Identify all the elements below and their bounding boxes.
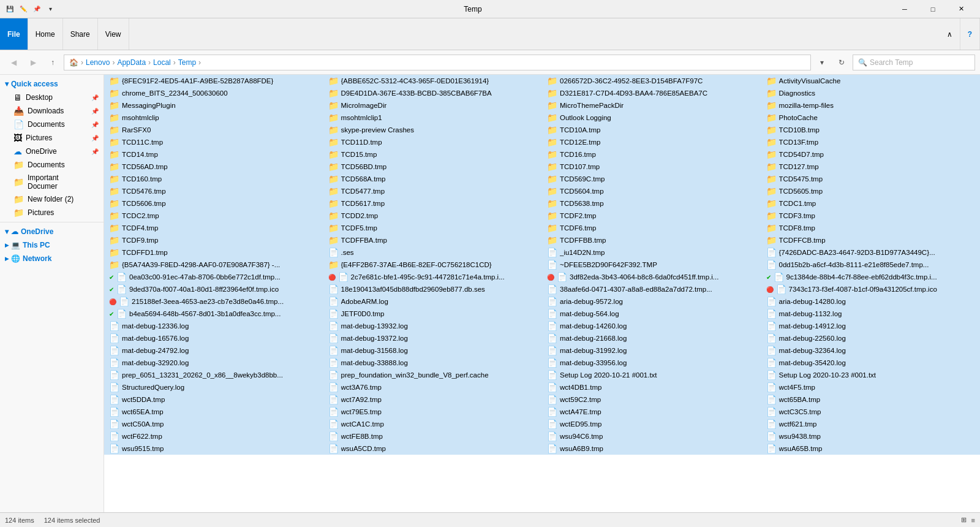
- file-item[interactable]: 📄0dd15b2b-a6cf-4d3b-8111-e21e8f85ede7.tm…: [761, 259, 981, 271]
- file-item[interactable]: 📁mozilla-temp-files: [761, 99, 981, 112]
- file-item[interactable]: 📁TCD5476.tmp: [104, 185, 323, 197]
- back-button[interactable]: ◀: [5, 54, 22, 71]
- file-item[interactable]: 📄mat-debug-14912.log: [761, 320, 981, 332]
- file-item[interactable]: 📁TCD14.tmp: [104, 148, 323, 161]
- file-item[interactable]: 📄mat-debug-19372.log: [323, 332, 543, 344]
- file-item[interactable]: 📁TCD56BD.tmp: [323, 161, 543, 173]
- sidebar-section-network[interactable]: ▸ 🌐 Network: [0, 252, 104, 265]
- file-item[interactable]: 📁MicroThemePackDir: [542, 99, 761, 112]
- file-item[interactable]: 🔴📄3df82eda-3b43-4064-b8c8-6da0fcd451ff.t…: [542, 271, 761, 283]
- file-item[interactable]: 📄AdobeARM.log: [323, 295, 543, 308]
- file-item[interactable]: 🔴📄215188ef-3eea-4653-ae23-cb7e3d8e0a46.t…: [104, 295, 323, 308]
- file-item[interactable]: 📄wct4F5.tmp: [761, 381, 981, 393]
- file-item[interactable]: 📁TCD56AD.tmp: [104, 161, 323, 173]
- file-item[interactable]: 📁TCD5638.tmp: [542, 197, 761, 210]
- file-item[interactable]: 📁TCD54D7.tmp: [761, 148, 981, 161]
- help-button[interactable]: ?: [960, 18, 980, 50]
- file-item[interactable]: 📄wsu9438.tmp: [761, 430, 981, 442]
- file-item[interactable]: 📄mat-debug-14260.log: [542, 320, 761, 332]
- file-item[interactable]: 📁TCDFFBA.tmp: [323, 234, 543, 246]
- file-item[interactable]: 📄mat-debug-16576.log: [104, 332, 323, 344]
- file-item[interactable]: 📄wsu9515.tmp: [104, 442, 323, 455]
- grid-view-button[interactable]: ⊞: [961, 516, 967, 524]
- minimize-button[interactable]: ─: [891, 0, 919, 18]
- file-item[interactable]: 📁D321E817-C7D4-4D93-BAA4-786E85AEBA7C: [542, 87, 761, 99]
- file-item[interactable]: 📁TCD5606.tmp: [104, 197, 323, 210]
- file-item[interactable]: 📁TCD569C.tmp: [542, 173, 761, 185]
- tab-home[interactable]: Home: [28, 18, 63, 50]
- file-item[interactable]: 📄wct5DDA.tmp: [104, 393, 323, 406]
- file-item[interactable]: 🔴📄7343c173-f3ef-4087-b1cf-0f9a431205cf.t…: [761, 283, 981, 295]
- file-item[interactable]: 📄wct79E5.tmp: [323, 406, 543, 418]
- sidebar-item-important[interactable]: 📁 Important Documer: [0, 172, 104, 192]
- sidebar-item-downloads[interactable]: 📥 Downloads 📌: [0, 104, 104, 118]
- file-item[interactable]: 📁TCDF8.tmp: [761, 222, 981, 234]
- maximize-button[interactable]: □: [919, 0, 947, 18]
- file-item[interactable]: 📁TCDFFBB.tmp: [542, 234, 761, 246]
- file-item[interactable]: 📄mat-debug-35420.log: [761, 357, 981, 369]
- file-item[interactable]: 📄Setup Log 2020-10-21 #001.txt: [542, 369, 761, 381]
- address-lenovo[interactable]: Lenovo: [86, 58, 110, 67]
- address-local[interactable]: Local: [153, 58, 171, 67]
- close-button[interactable]: ✕: [947, 0, 975, 18]
- file-item[interactable]: 📄wct3A76.tmp: [323, 381, 543, 393]
- file-item[interactable]: 📁TCDF5.tmp: [323, 222, 543, 234]
- file-item[interactable]: 📁TCDF6.tmp: [542, 222, 761, 234]
- address-bar[interactable]: 🏠 › Lenovo › AppData › Local › Temp ›: [64, 55, 811, 70]
- file-item[interactable]: 📁skype-preview Crashes: [323, 124, 543, 136]
- file-item[interactable]: 📄mat-debug-31992.log: [542, 344, 761, 357]
- file-item[interactable]: 📄aria-debug-14280.log: [761, 295, 981, 308]
- file-item[interactable]: 📁TCD5617.tmp: [323, 197, 543, 210]
- file-item[interactable]: 📄JETF0D0.tmp: [323, 308, 543, 320]
- file-item[interactable]: 📄wctf621.tmp: [761, 418, 981, 430]
- file-item[interactable]: 📁TCD12E.tmp: [542, 136, 761, 148]
- file-item[interactable]: 📄wct65EA.tmp: [104, 406, 323, 418]
- file-item[interactable]: 📄wctFE8B.tmp: [323, 430, 543, 442]
- file-item[interactable]: 📁TCD127.tmp: [761, 161, 981, 173]
- file-item[interactable]: 📄wsuA5CD.tmp: [323, 442, 543, 455]
- file-item[interactable]: 📄.ses: [323, 246, 543, 259]
- file-item[interactable]: 📁TCDF4.tmp: [104, 222, 323, 234]
- file-item[interactable]: 📄38aafe6d-0471-4307-a8a8-ed88a2a7dd72.tm…: [542, 283, 761, 295]
- file-item[interactable]: 📄wct7A92.tmp: [323, 393, 543, 406]
- up-button[interactable]: ↑: [44, 54, 61, 71]
- sidebar-section-quick-access[interactable]: ▾ Quick access: [0, 77, 104, 91]
- dropdown-icon[interactable]: ▾: [45, 4, 55, 14]
- file-item[interactable]: 📄aria-debug-9572.log: [542, 295, 761, 308]
- file-item[interactable]: 📁TCDFFCB.tmp: [761, 234, 981, 246]
- file-item[interactable]: 📄wctF622.tmp: [104, 430, 323, 442]
- file-item[interactable]: 📄wsuA65B.tmp: [761, 442, 981, 455]
- file-item[interactable]: 📁TCD5605.tmp: [761, 185, 981, 197]
- file-item[interactable]: 📄~DFEE5B2D90F642F392.TMP: [542, 259, 761, 271]
- file-item[interactable]: 📄mat-debug-21668.log: [542, 332, 761, 344]
- file-item[interactable]: 📄wctCA1C.tmp: [323, 418, 543, 430]
- file-item[interactable]: 📁TCD11C.tmp: [104, 136, 323, 148]
- file-item[interactable]: 📁Outlook Logging: [542, 112, 761, 124]
- file-item[interactable]: 📄{7426DADC-BA23-4647-92D3-B1D977A3449C}.…: [761, 246, 981, 259]
- file-item[interactable]: 📁ActivityVisualCache: [761, 75, 981, 87]
- file-item[interactable]: 📄mat-debug-22560.log: [761, 332, 981, 344]
- file-item[interactable]: 📁TCD568A.tmp: [323, 173, 543, 185]
- sidebar-item-newfolder[interactable]: 📁 New folder (2): [0, 192, 104, 206]
- file-item[interactable]: 📁TCD5477.tmp: [323, 185, 543, 197]
- file-item[interactable]: 📄mat-debug-12336.log: [104, 320, 323, 332]
- file-item[interactable]: 📁{8FEC91F2-4ED5-4A1F-A9BE-52B287A88FDE}: [104, 75, 323, 87]
- file-item[interactable]: 📁TCDD2.tmp: [323, 210, 543, 222]
- file-item[interactable]: 📄wct65BA.tmp: [761, 393, 981, 406]
- sidebar-item-desktop[interactable]: 🖥 Desktop 📌: [0, 91, 104, 104]
- file-item[interactable]: 📄StructuredQuery.log: [104, 381, 323, 393]
- file-item[interactable]: 📁{E4FF2B67-37AE-4B6E-82EF-0C756218C1CD}: [323, 259, 543, 271]
- save-icon[interactable]: 💾: [5, 4, 15, 14]
- file-item[interactable]: ✔📄b4ea5694-648b-4567-8d01-3b1a0dfea3cc.t…: [104, 308, 323, 320]
- sidebar-section-onedrive[interactable]: ▾ ☁ OneDrive: [0, 225, 104, 238]
- list-view-button[interactable]: ≡: [971, 517, 975, 524]
- file-item[interactable]: 📄wctED95.tmp: [542, 418, 761, 430]
- sidebar-section-thispc[interactable]: ▸ 💻 This PC: [0, 238, 104, 252]
- file-item[interactable]: 📄mat-debug-564.log: [542, 308, 761, 320]
- file-item[interactable]: 📁TCD5604.tmp: [542, 185, 761, 197]
- file-item[interactable]: 📄mat-debug-24792.log: [104, 344, 323, 357]
- file-item[interactable]: ✔📄9ded370a-f007-40a1-80d1-8ff23964ef0f.t…: [104, 283, 323, 295]
- refresh-button[interactable]: ↻: [833, 54, 850, 71]
- file-item[interactable]: 📁TCDFFD1.tmp: [104, 246, 323, 259]
- sidebar-item-pictures[interactable]: 🖼 Pictures 📌: [0, 131, 104, 145]
